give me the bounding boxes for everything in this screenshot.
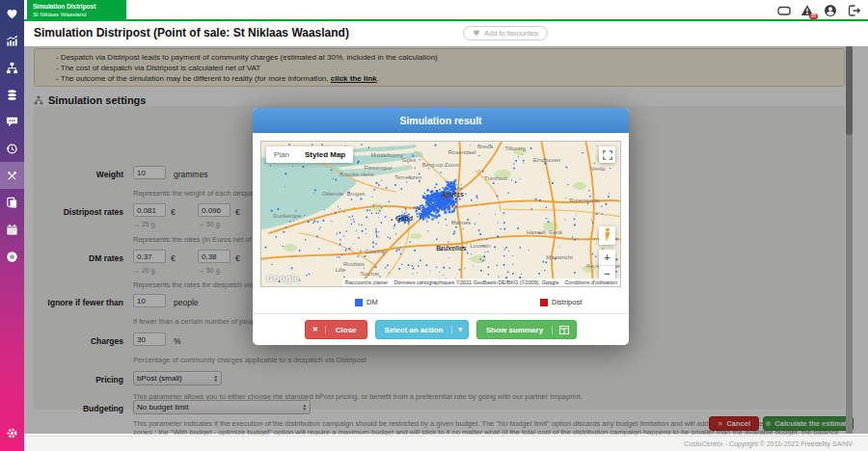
sidebar-item-calendar[interactable]: [0, 216, 24, 243]
star-badge-icon: [6, 251, 18, 263]
svg-text:Roubaix: Roubaix: [343, 261, 365, 267]
page-title: Simulation Distripost (Point of sale: St…: [34, 26, 349, 40]
legend-dm: DM: [355, 298, 378, 306]
dm-color-swatch: [355, 299, 363, 306]
svg-text:Genk: Genk: [549, 229, 563, 235]
notes-icon: [6, 197, 18, 209]
crossed-tools-icon: [6, 170, 18, 182]
close-button[interactable]: ✕ Close: [305, 320, 367, 339]
map-attribution: Raccourcis clavier Données cartographiqu…: [342, 279, 620, 286]
pegman-icon: [603, 227, 612, 245]
keyboard-shortcuts-link[interactable]: Raccourcis clavier: [342, 279, 392, 286]
topbar: Simulation Distripost St Niklaas Waaslan…: [24, 0, 868, 21]
page-footer: CustoCentrix - Copyright © 2010-2021 Fre…: [24, 436, 868, 451]
sidebar: [0, 0, 24, 451]
alert-count-badge: 35: [809, 13, 818, 20]
svg-text:Hasselt: Hasselt: [527, 229, 546, 235]
active-module-tab[interactable]: Simulation Distripost St Niklaas Waaslan…: [27, 0, 126, 21]
chevron-down-icon[interactable]: ▾: [451, 326, 468, 333]
svg-text:Rosendael: Rosendael: [448, 149, 476, 155]
svg-text:Turnhout: Turnhout: [484, 175, 507, 181]
alerts-icon[interactable]: 35: [800, 4, 814, 17]
svg-text:Gand: Gand: [395, 215, 413, 222]
map-data-credit: Données cartographiques ©2021 GeoBasis-D…: [391, 279, 561, 286]
svg-text:Terneuzen: Terneuzen: [394, 174, 421, 180]
svg-text:Maastricht: Maastricht: [546, 254, 573, 260]
add-to-favourites-button[interactable]: Add to favourites: [463, 26, 548, 40]
svg-text:Ruremonde: Ruremonde: [569, 198, 600, 203]
user-icon[interactable]: [824, 4, 837, 17]
fullscreen-button[interactable]: [599, 146, 615, 163]
calendar-icon: [6, 224, 18, 236]
modal-title: Simulation result: [399, 115, 481, 126]
screen-icon[interactable]: [777, 4, 791, 17]
sidebar-item-notes[interactable]: [0, 189, 24, 216]
summary-table-icon: [552, 326, 576, 334]
svg-text:Venlo: Venlo: [590, 166, 606, 172]
app-window: Simulation Distripost St Niklaas Waaslan…: [0, 0, 868, 451]
svg-text:Anvers: Anvers: [441, 191, 464, 198]
terms-link[interactable]: Conditions d'utilisation: [561, 279, 620, 286]
sidebar-item-statistics[interactable]: [0, 27, 24, 54]
history-clock-icon: [6, 143, 18, 155]
svg-text:Goes: Goes: [402, 157, 416, 163]
map-canvas[interactable]: BredaTilbourgRosendaelMiddelbourgEindhov…: [261, 142, 621, 287]
map-legend: DM Distripost: [260, 293, 621, 312]
title-row: Simulation Distripost (Point of sale: St…: [24, 21, 868, 46]
svg-text:Eindhoven: Eindhoven: [533, 157, 560, 163]
add-to-favourites-label: Add to favourites: [484, 29, 538, 38]
select-action-button[interactable]: Select an action ▾: [375, 320, 469, 339]
sidebar-item-badge[interactable]: [0, 243, 24, 270]
stats-chart-icon: [6, 35, 18, 47]
modal-header: Simulation result: [253, 108, 629, 133]
svg-text:Flessingue: Flessingue: [364, 165, 393, 171]
svg-text:Courtrai: Courtrai: [365, 249, 385, 254]
distripost-color-swatch: [540, 299, 548, 306]
sidebar-item-favourites[interactable]: [0, 0, 24, 27]
copyright-text: CustoCentrix - Copyright © 2010-2021 Fre…: [684, 440, 853, 447]
close-icon: ✕: [306, 326, 326, 333]
zoom-in-button[interactable]: +: [599, 250, 615, 266]
heart-icon: [473, 29, 480, 39]
sidebar-item-settings[interactable]: [0, 419, 24, 446]
google-logo: Google: [266, 273, 300, 283]
svg-text:Louvain: Louvain: [470, 243, 490, 249]
svg-text:Bruxelles: Bruxelles: [436, 245, 467, 252]
svg-text:Berg-op-Zoom: Berg-op-Zoom: [422, 162, 460, 168]
database-icon: [6, 89, 18, 101]
map-type-plan[interactable]: Plan: [266, 146, 297, 163]
sidebar-item-hierarchy[interactable]: [0, 54, 24, 81]
svg-text:Bruges: Bruges: [346, 191, 365, 197]
svg-text:Tournai: Tournai: [360, 271, 379, 277]
svg-text:Knocke-Heist: Knocke-Heist: [339, 172, 374, 177]
sidebar-item-history[interactable]: [0, 135, 24, 162]
zoom-control: + −: [599, 250, 615, 281]
map-type-toggle: Plan Styled Map: [266, 146, 353, 163]
svg-text:Lille: Lille: [336, 267, 346, 273]
pegman-control[interactable]: [599, 226, 615, 245]
sidebar-item-messages[interactable]: [0, 108, 24, 135]
svg-text:Middelbourg: Middelbourg: [370, 152, 402, 158]
modal-footer: ✕ Close Select an action ▾ Show summary: [253, 314, 629, 345]
show-summary-button[interactable]: Show summary: [476, 320, 577, 339]
gear-icon: [6, 427, 18, 439]
chat-icon: [6, 116, 18, 128]
fullscreen-icon: [603, 146, 612, 164]
legend-distripost: Distripost: [540, 298, 582, 306]
svg-text:Dunkerque: Dunkerque: [273, 213, 302, 219]
map-type-styled-map[interactable]: Styled Map: [297, 146, 353, 163]
sidebar-item-database[interactable]: [0, 81, 24, 108]
simulation-result-modal: Simulation result: [253, 108, 629, 345]
heart-icon: [6, 8, 18, 20]
svg-text:Breda: Breda: [477, 144, 494, 149]
svg-text:Ostende: Ostende: [322, 191, 344, 197]
sidebar-item-tools-active[interactable]: [0, 162, 24, 189]
result-map[interactable]: BredaTilbourgRosendaelMiddelbourgEindhov…: [260, 141, 621, 287]
logout-icon[interactable]: [847, 4, 860, 17]
hierarchy-icon: [6, 62, 18, 74]
tab-title: Simulation Distripost: [33, 3, 126, 11]
tab-subtitle: St Niklaas Waasland: [33, 11, 126, 18]
svg-text:Malines: Malines: [451, 220, 472, 226]
svg-text:Tilbourg: Tilbourg: [504, 146, 525, 151]
